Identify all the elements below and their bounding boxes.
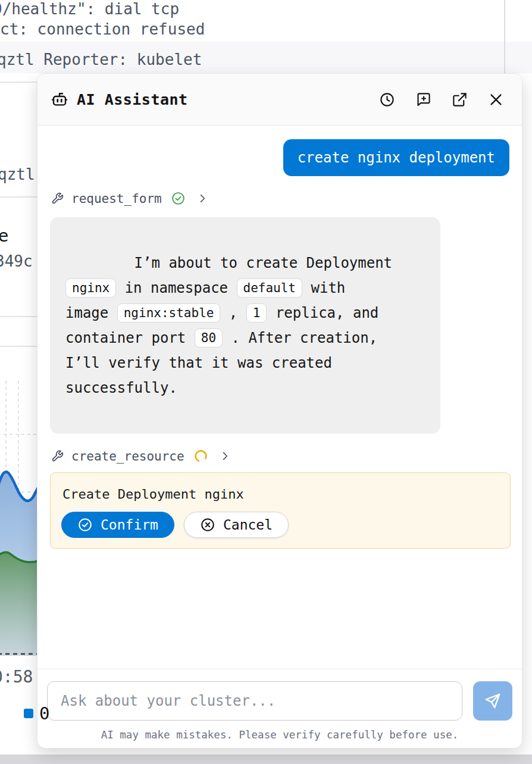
paper-plane-icon	[484, 692, 502, 710]
close-button[interactable]	[488, 92, 504, 108]
confirmation-buttons: Confirm Cancel	[61, 512, 499, 538]
prompt-input-row	[47, 681, 512, 721]
confirm-button-label: Confirm	[101, 517, 158, 533]
tool-call-create-resource[interactable]: create_resource	[51, 449, 509, 464]
inline-code-chip: 1	[246, 303, 267, 322]
confirmation-card: Create Deployment nginx Confirm	[50, 472, 511, 549]
inline-code-chip: 80	[195, 328, 223, 347]
tool-call-request-form[interactable]: request_form	[51, 191, 509, 206]
inline-code-chip: nginx:stable	[117, 303, 221, 322]
x-circle-icon	[200, 517, 215, 533]
background-axis-time-label: 0:58	[0, 667, 33, 687]
inline-code-chip: nginx	[65, 278, 116, 298]
chevron-right-icon	[220, 451, 230, 461]
assistant-message-card: I’m about to create Deployment nginx in …	[50, 217, 440, 434]
background-log-line-3: qztl Reporter: kubelet	[0, 51, 202, 68]
panel-footer: AI may make mistakes. Please verify care…	[37, 669, 522, 748]
background-divider	[0, 316, 37, 317]
wrench-icon	[51, 192, 64, 205]
assistant-message-text: I’m about to create Deployment nginx in …	[65, 255, 392, 396]
background-log-line-2: ct: connection refused	[0, 20, 205, 38]
background-divider	[0, 82, 37, 83]
legend-value: 0	[39, 703, 49, 724]
pending-spinner-icon	[193, 449, 208, 464]
screen: 0/healthz": dial tcp ct: connection refu…	[0, 0, 532, 764]
ai-disclaimer: AI may make mistakes. Please verify care…	[47, 729, 512, 741]
message-text-segment: ,	[220, 305, 246, 321]
close-icon	[488, 92, 504, 108]
background-vertical-divider	[504, 0, 505, 73]
background-fragment-qztl: qztl	[0, 165, 35, 183]
user-message-bubble: create nginx deployment	[283, 139, 509, 176]
tool-name: create_resource	[71, 449, 184, 464]
tool-name: request_form	[71, 192, 162, 206]
send-button[interactable]	[473, 681, 512, 721]
external-link-icon	[452, 92, 468, 108]
cancel-button-label: Cancel	[223, 517, 273, 533]
open-external-button[interactable]	[452, 92, 468, 108]
clock-icon	[379, 92, 395, 108]
chat-plus-icon	[415, 92, 431, 108]
background-fragment-e: e	[0, 226, 8, 246]
background-fragment-349c: 349c	[0, 252, 33, 270]
background-log-line-1: 0/healthz": dial tcp	[0, 0, 179, 18]
background-chart-legend: 0	[24, 703, 49, 724]
confirmation-title: Create Deployment nginx	[62, 487, 499, 502]
background-divider	[0, 196, 37, 198]
prompt-input[interactable]	[47, 681, 462, 721]
wrench-icon	[51, 450, 64, 462]
panel-title: AI Assistant	[77, 91, 188, 108]
new-chat-button[interactable]	[415, 92, 431, 108]
ai-assistant-panel: AI Assistant	[37, 73, 522, 749]
chevron-right-icon	[198, 193, 208, 203]
inline-code-chip: default	[237, 278, 303, 298]
success-check-icon	[171, 191, 186, 206]
check-circle-icon	[77, 517, 93, 533]
message-text-segment: in namespace	[116, 280, 236, 296]
confirm-button[interactable]: Confirm	[61, 512, 174, 538]
background-bottom-band	[0, 754, 532, 764]
chat-area: create nginx deployment request_form	[37, 126, 522, 669]
message-text-segment: I’m about to create Deployment	[134, 255, 392, 271]
header-actions	[379, 92, 504, 108]
background-metrics-chart	[0, 346, 39, 656]
cancel-button[interactable]: Cancel	[184, 512, 289, 538]
legend-swatch-blue	[24, 709, 33, 718]
robot-icon	[51, 90, 68, 108]
history-button[interactable]	[379, 92, 395, 108]
panel-header: AI Assistant	[37, 74, 522, 126]
